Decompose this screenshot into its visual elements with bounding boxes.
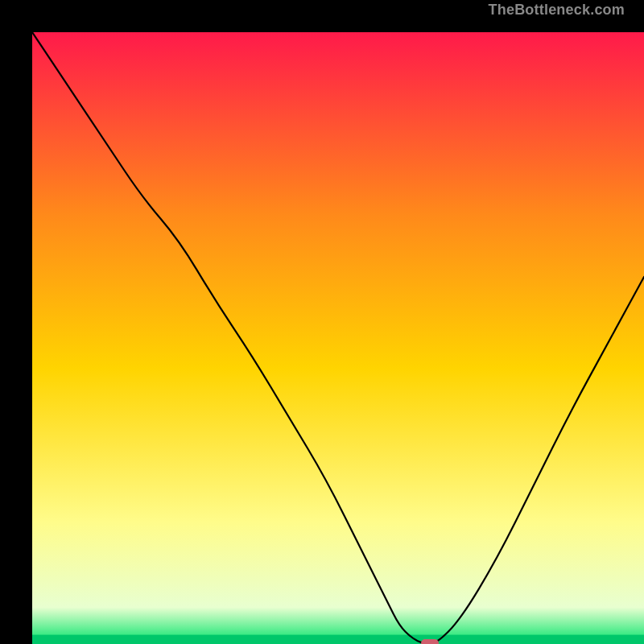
heat-gradient-background	[32, 32, 644, 644]
optimal-marker	[421, 639, 439, 644]
plot-area	[32, 32, 644, 644]
chart-frame	[0, 0, 644, 644]
watermark-text: TheBottleneck.com	[489, 2, 625, 19]
optimal-green-band	[32, 635, 644, 644]
bottleneck-chart	[32, 32, 644, 644]
